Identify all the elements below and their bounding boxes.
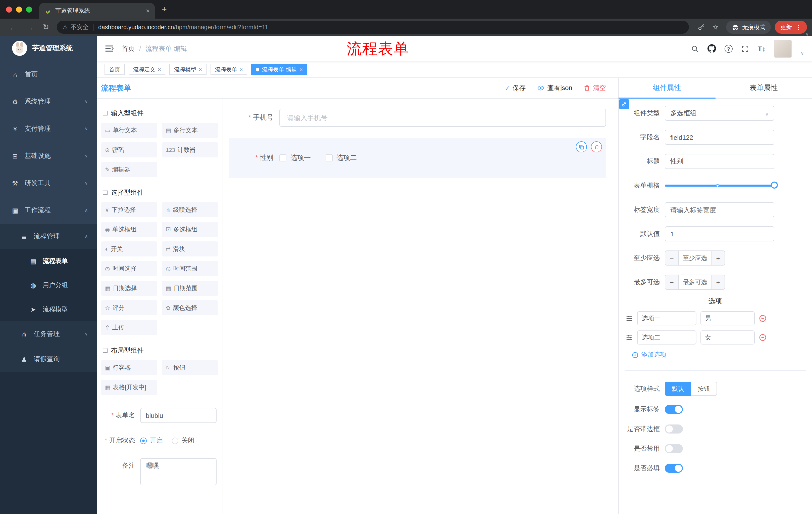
palette-item[interactable]: ◐开关 bbox=[101, 241, 157, 256]
sidebar-item-home[interactable]: ⌂ 首页 bbox=[0, 61, 97, 88]
component-type-select[interactable]: 多选框组 bbox=[665, 106, 774, 121]
user-avatar[interactable] bbox=[774, 39, 792, 58]
palette-item[interactable]: ✿颜色选择 bbox=[162, 300, 218, 315]
sidebar-item-user-groups[interactable]: ◍ 用户分组 bbox=[0, 273, 97, 297]
style-default-button[interactable]: 默认 bbox=[665, 382, 691, 396]
delete-component-button[interactable] bbox=[591, 141, 602, 153]
grid-slider[interactable] bbox=[665, 178, 774, 193]
decrease-button[interactable]: − bbox=[665, 250, 679, 266]
maximize-window-button[interactable] bbox=[26, 6, 32, 12]
decrease-button[interactable]: − bbox=[665, 275, 679, 290]
form-remark-textarea[interactable]: 嘿嘿 bbox=[140, 458, 216, 485]
tag-process-model[interactable]: 流程模型 bbox=[170, 64, 206, 75]
tab-component-props[interactable]: 组件属性 bbox=[618, 78, 715, 98]
drag-handle-icon[interactable] bbox=[626, 315, 633, 322]
back-icon[interactable]: ← bbox=[9, 23, 17, 31]
help-icon[interactable]: ? bbox=[725, 45, 733, 53]
style-button-button[interactable]: 按钮 bbox=[691, 382, 717, 396]
disabled-toggle[interactable] bbox=[665, 444, 683, 453]
option-value-input[interactable] bbox=[700, 330, 755, 345]
tag-process-form-edit[interactable]: 流程表单-编辑 bbox=[252, 64, 307, 75]
search-icon[interactable] bbox=[691, 45, 699, 53]
sidebar-item-process-management[interactable]: ≣ 流程管理 ∧ bbox=[0, 224, 97, 249]
close-tag-icon[interactable] bbox=[199, 66, 202, 73]
tag-process-form[interactable]: 流程表单 bbox=[210, 64, 248, 75]
close-tag-icon[interactable] bbox=[240, 66, 243, 73]
address-bar[interactable]: ⚠ 不安全 dashboard.yudao.iocoder.cn /bpm/ma… bbox=[57, 21, 689, 34]
sidebar-item-leave-query[interactable]: ♟ 请假查询 bbox=[0, 347, 97, 372]
slider-track[interactable] bbox=[665, 185, 774, 187]
drag-handle-icon[interactable] bbox=[626, 334, 633, 341]
remove-option-icon[interactable] bbox=[759, 333, 767, 342]
palette-item[interactable]: ∨下拉选择 bbox=[101, 202, 157, 217]
browser-tab[interactable]: 芋道管理系统 bbox=[39, 3, 155, 19]
sidebar-item-workflow[interactable]: ▣ 工作流程 ∧ bbox=[0, 197, 97, 224]
show-label-toggle[interactable] bbox=[665, 405, 683, 414]
palette-item[interactable]: ▦日期选择 bbox=[101, 281, 157, 296]
save-button[interactable]: 保存 bbox=[504, 83, 526, 92]
status-off-radio[interactable]: 关闭 bbox=[172, 436, 195, 445]
avatar-chevron-icon[interactable]: ∨ bbox=[801, 51, 804, 56]
field-name-input[interactable] bbox=[665, 130, 774, 145]
palette-item[interactable]: ⇧上传 bbox=[101, 320, 157, 335]
palette-item[interactable]: ⋔级联选择 bbox=[162, 202, 218, 217]
phone-input[interactable] bbox=[279, 109, 606, 127]
forward-icon[interactable]: → bbox=[26, 23, 34, 31]
palette-item[interactable]: ▦表格[开发中] bbox=[101, 380, 157, 395]
option-label-input[interactable] bbox=[637, 311, 696, 325]
min-checked-input[interactable] bbox=[679, 250, 711, 266]
option-label-input[interactable] bbox=[637, 330, 696, 345]
bookmark-star-icon[interactable]: ☆ bbox=[712, 23, 719, 31]
browser-menu-icon[interactable]: ⋮ bbox=[795, 24, 802, 31]
remove-option-icon[interactable] bbox=[759, 314, 767, 322]
sidebar-item-dev-tools[interactable]: ⚒ 研发工具 ∨ bbox=[0, 169, 97, 197]
palette-item[interactable]: ◷时间选择 bbox=[101, 261, 157, 276]
close-tab-icon[interactable] bbox=[146, 7, 150, 15]
sidebar-item-system-management[interactable]: ⚙ 系统管理 ∨ bbox=[0, 88, 97, 115]
option-value-input[interactable] bbox=[700, 311, 755, 325]
with-border-toggle[interactable] bbox=[665, 425, 683, 434]
reload-icon[interactable]: ↻ bbox=[43, 23, 49, 32]
palette-item[interactable]: 123计数器 bbox=[162, 142, 218, 157]
form-canvas[interactable]: 手机号 性别 选项一 bbox=[223, 99, 618, 514]
palette-item[interactable]: ☞按钮 bbox=[162, 360, 218, 375]
required-toggle[interactable] bbox=[665, 464, 683, 473]
github-icon[interactable] bbox=[707, 44, 716, 53]
sidebar-item-payment-management[interactable]: ¥ 支付管理 ∨ bbox=[0, 115, 97, 142]
tag-process-definition[interactable]: 流程定义 bbox=[128, 64, 166, 75]
update-browser-button[interactable]: 更新 ⋮ bbox=[775, 21, 807, 34]
minimize-window-button[interactable] bbox=[16, 6, 22, 12]
sidebar-logo[interactable]: 芋道管理系统 bbox=[0, 36, 97, 61]
gender-option2-checkbox[interactable]: 选项二 bbox=[325, 154, 357, 162]
password-key-icon[interactable] bbox=[698, 23, 705, 31]
slider-handle[interactable] bbox=[771, 182, 778, 189]
add-option-button[interactable]: 添加选项 bbox=[632, 351, 812, 359]
hamburger-icon[interactable] bbox=[105, 45, 114, 52]
palette-item[interactable]: ◉单选框组 bbox=[101, 222, 157, 237]
palette-item[interactable]: ▭单行文本 bbox=[101, 123, 157, 138]
view-json-button[interactable]: 查看json bbox=[536, 83, 572, 92]
breadcrumb-home[interactable]: 首页 bbox=[122, 44, 135, 53]
clear-button[interactable]: 清空 bbox=[583, 83, 606, 92]
palette-item[interactable]: ◶时间范围 bbox=[162, 261, 218, 276]
increase-button[interactable]: + bbox=[711, 250, 725, 266]
palette-item[interactable]: ☆评分 bbox=[101, 300, 157, 315]
sidebar-item-process-form[interactable]: ▤ 流程表单 bbox=[0, 249, 97, 273]
font-size-icon[interactable]: T↕ bbox=[758, 45, 765, 53]
palette-item[interactable]: ▦日期范围 bbox=[162, 281, 218, 296]
status-on-radio[interactable]: 开启 bbox=[140, 436, 163, 445]
palette-item[interactable]: ⊙密码 bbox=[101, 142, 157, 157]
form-name-input[interactable] bbox=[140, 408, 216, 423]
title-input[interactable] bbox=[665, 154, 774, 169]
link-icon[interactable] bbox=[619, 99, 629, 109]
close-tag-icon[interactable] bbox=[158, 66, 161, 73]
sidebar-item-task-management[interactable]: ⋔ 任务管理 ∨ bbox=[0, 321, 97, 347]
close-window-button[interactable] bbox=[6, 6, 12, 12]
tag-home[interactable]: 首页 bbox=[105, 64, 125, 75]
palette-item[interactable]: ▤多行文本 bbox=[162, 123, 218, 138]
sidebar-item-process-model[interactable]: ➤ 流程模型 bbox=[0, 297, 97, 321]
palette-item[interactable]: ✎编辑器 bbox=[101, 162, 157, 177]
sidebar-item-infrastructure[interactable]: ⊞ 基础设施 ∨ bbox=[0, 142, 97, 169]
palette-item[interactable]: ⇄滑块 bbox=[162, 241, 218, 256]
palette-item[interactable]: ☑多选框组 bbox=[162, 222, 218, 237]
